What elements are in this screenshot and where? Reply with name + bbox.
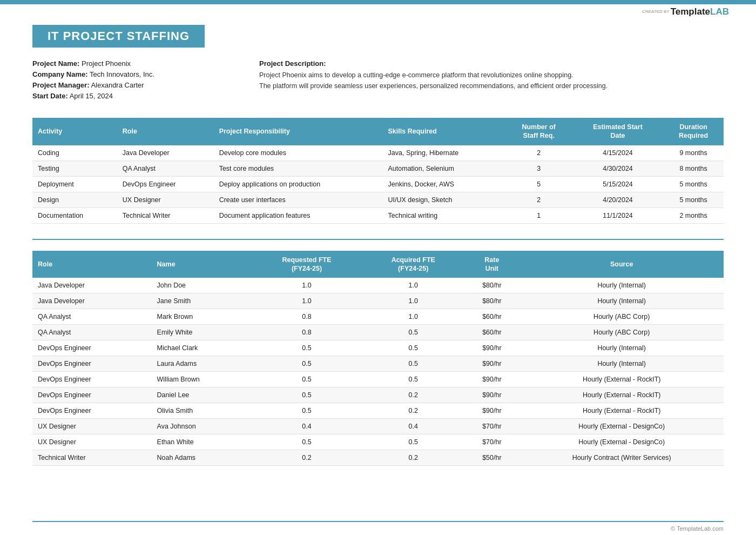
table1-cell: 1 xyxy=(505,208,572,223)
table2-cell: Laura Adams xyxy=(152,356,251,372)
table2-cell: Mark Brown xyxy=(152,309,251,325)
table2-col-role: Role xyxy=(32,251,152,278)
table2-cell: 0.5 xyxy=(251,356,362,372)
logo-created-by: CREATED BY xyxy=(642,9,670,15)
table2-cell: 1.0 xyxy=(362,278,464,293)
section-divider xyxy=(32,239,724,240)
table2-cell: Olivia Smith xyxy=(152,403,251,419)
table2-row: DevOps EngineerOlivia Smith0.50.2$90/hrH… xyxy=(32,403,724,419)
table2-header-row: Role Name Requested FTE(FY24-25) Acquire… xyxy=(32,251,724,278)
table2-section: Role Name Requested FTE(FY24-25) Acquire… xyxy=(32,251,724,466)
table2-cell: 0.2 xyxy=(362,387,464,403)
table1-col-responsibility: Project Responsibility xyxy=(214,118,383,145)
table2-cell: 0.4 xyxy=(362,419,464,434)
table2-cell: 1.0 xyxy=(251,278,362,293)
table2-row: DevOps EngineerDaniel Lee0.50.2$90/hrHou… xyxy=(32,387,724,403)
table2-cell: UX Designer xyxy=(32,419,152,434)
table2-cell: Hourly (External - DesignCo) xyxy=(519,419,724,434)
table2-cell: Technical Writer xyxy=(32,450,152,466)
table2-row: Java DeveloperJohn Doe1.01.0$80/hrHourly… xyxy=(32,278,724,293)
table1-cell: 5/15/2024 xyxy=(572,176,663,192)
table1-cell: 5 months xyxy=(663,176,724,192)
table2-cell: Hourly (External - DesignCo) xyxy=(519,434,724,450)
table2-cell: 0.8 xyxy=(251,325,362,340)
table1-cell: Jenkins, Docker, AWS xyxy=(383,176,505,192)
table1-cell: 2 months xyxy=(663,208,724,223)
table1-cell: 4/30/2024 xyxy=(572,160,663,176)
table1-col-activity: Activity xyxy=(32,118,117,145)
company-name-label: Company Name: xyxy=(32,70,88,78)
table1-col-role: Role xyxy=(117,118,214,145)
table1-cell: Technical Writer xyxy=(117,208,214,223)
table1-cell: 5 xyxy=(505,176,572,192)
table2-row: Java DeveloperJane Smith1.01.0$80/hrHour… xyxy=(32,293,724,309)
start-date-value: April 15, 2024 xyxy=(70,92,113,100)
table1-row: DesignUX DesignerCreate user interfacesU… xyxy=(32,192,724,208)
project-manager-label: Project Manager: xyxy=(32,81,89,89)
company-name-line: Company Name: Tech Innovators, Inc. xyxy=(32,70,259,78)
table2-col-rate: RateUnit xyxy=(464,251,519,278)
table1-col-skills: Skills Required xyxy=(383,118,505,145)
table1-cell: 4/20/2024 xyxy=(572,192,663,208)
table1-cell: QA Analyst xyxy=(117,160,214,176)
company-name-value: Tech Innovators, Inc. xyxy=(90,70,154,78)
page-title-box: IT PROJECT STAFFING xyxy=(32,25,205,48)
table2-cell: Hourly Contract (Writer Services) xyxy=(519,450,724,466)
table2-cell: 0.2 xyxy=(362,450,464,466)
table1-cell: 2 xyxy=(505,145,572,161)
table2-cell: Hourly (ABC Corp) xyxy=(519,325,724,340)
table2-cell: Hourly (Internal) xyxy=(519,293,724,309)
table2-cell: Daniel Lee xyxy=(152,387,251,403)
table2-cell: John Doe xyxy=(152,278,251,293)
table2-cell: 0.5 xyxy=(251,340,362,356)
table1-cell: Test core modules xyxy=(214,160,383,176)
start-date-label: Start Date: xyxy=(32,92,68,100)
table2-cell: 0.2 xyxy=(362,403,464,419)
table2-cell: Hourly (External - RockIT) xyxy=(519,387,724,403)
table2-cell: 1.0 xyxy=(362,309,464,325)
project-info-left: Project Name: Project Phoenix Company Na… xyxy=(32,59,259,103)
table1-cell: 9 months xyxy=(663,145,724,161)
table2-cell: 1.0 xyxy=(362,293,464,309)
table2-cell: Hourly (Internal) xyxy=(519,340,724,356)
start-date-line: Start Date: April 15, 2024 xyxy=(32,92,259,100)
project-manager-value: Alexandra Carter xyxy=(91,81,144,89)
table2-cell: $80/hr xyxy=(464,278,519,293)
table2-cell: 0.8 xyxy=(251,309,362,325)
table2-cell: Noah Adams xyxy=(152,450,251,466)
table1-cell: Testing xyxy=(32,160,117,176)
table1-header-row: Activity Role Project Responsibility Ski… xyxy=(32,118,724,145)
table2-cell: $70/hr xyxy=(464,434,519,450)
table2-cell: 1.0 xyxy=(251,293,362,309)
table2-cell: UX Designer xyxy=(32,434,152,450)
table1-cell: Automation, Selenium xyxy=(383,160,505,176)
table2-cell: QA Analyst xyxy=(32,325,152,340)
table1-cell: Technical writing xyxy=(383,208,505,223)
logo-text: TemplateLAB xyxy=(671,6,729,17)
project-desc-text: Project Phoenix aims to develop a cuttin… xyxy=(259,70,724,91)
table2-body: Java DeveloperJohn Doe1.01.0$80/hrHourly… xyxy=(32,278,724,466)
table2-cell: William Brown xyxy=(152,372,251,387)
table1-cell: 2 xyxy=(505,192,572,208)
table1-col-startdate: Estimated StartDate xyxy=(572,118,663,145)
project-name-line: Project Name: Project Phoenix xyxy=(32,59,259,68)
table2-col-source: Source xyxy=(519,251,724,278)
table2-row: UX DesignerEthan White0.50.5$70/hrHourly… xyxy=(32,434,724,450)
table2-cell: 0.5 xyxy=(251,372,362,387)
table2-cell: Ethan White xyxy=(152,434,251,450)
table1-cell: 4/15/2024 xyxy=(572,145,663,161)
table2-cell: 0.5 xyxy=(251,403,362,419)
table2-cell: DevOps Engineer xyxy=(32,403,152,419)
table2-cell: $90/hr xyxy=(464,340,519,356)
table2-col-requested-fte: Requested FTE(FY24-25) xyxy=(251,251,362,278)
table1-body: CodingJava DeveloperDevelop core modules… xyxy=(32,145,724,224)
table2-cell: DevOps Engineer xyxy=(32,372,152,387)
table2-row: UX DesignerAva Johnson0.40.4$70/hrHourly… xyxy=(32,419,724,434)
table1-cell: 5 months xyxy=(663,192,724,208)
table2-cell: Ava Johnson xyxy=(152,419,251,434)
table2-cell: $80/hr xyxy=(464,293,519,309)
project-desc-label: Project Description: xyxy=(259,59,724,68)
table2-cell: 0.5 xyxy=(362,340,464,356)
table1-cell: Documentation xyxy=(32,208,117,223)
table1-cell: UI/UX design, Sketch xyxy=(383,192,505,208)
